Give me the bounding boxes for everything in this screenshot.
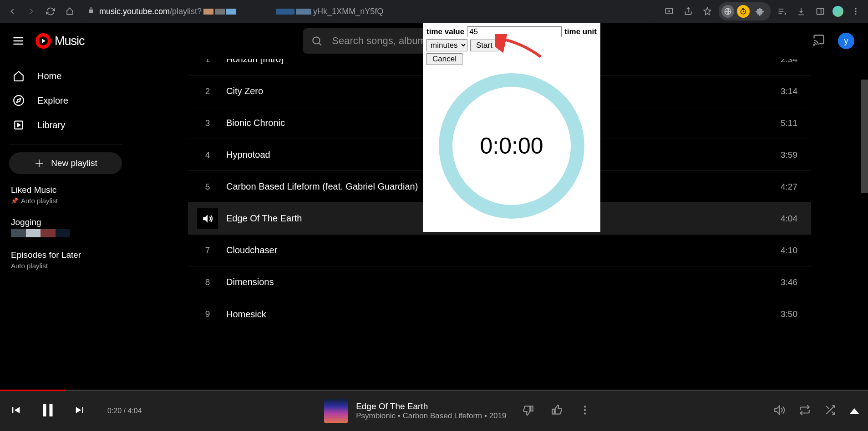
plus-icon xyxy=(34,158,45,169)
timer-display: 0:0:00 xyxy=(480,133,543,159)
extensions-icon[interactable] xyxy=(752,4,768,19)
svg-point-9 xyxy=(14,95,24,105)
timer-value-input[interactable] xyxy=(467,26,562,37)
explore-icon xyxy=(13,95,25,106)
sidebar-playlist-liked-music[interactable]: Liked Music 📌Auto playlist xyxy=(11,185,120,205)
url-path-suffix: yHk_1XMM_nY5fQ xyxy=(313,7,383,16)
previous-track-icon[interactable] xyxy=(9,404,22,418)
progress-bar[interactable] xyxy=(0,390,868,391)
timer-unit-label: time unit xyxy=(564,27,597,36)
player-bar: 0:20 / 4:04 Edge Of The Earth Psymbionic… xyxy=(0,391,868,431)
url-domain: music.youtube.com xyxy=(99,7,170,16)
cast-icon[interactable] xyxy=(812,34,825,48)
home-nav-icon xyxy=(13,70,25,82)
next-track-icon[interactable] xyxy=(74,404,86,418)
kebab-menu-icon[interactable] xyxy=(848,4,863,19)
now-playing-speaker-icon xyxy=(197,208,218,229)
expand-player-icon[interactable] xyxy=(850,408,859,414)
sidebar-item-home[interactable]: Home xyxy=(5,64,127,88)
sidebar-item-explore[interactable]: Explore xyxy=(5,88,127,113)
sidepanel-icon[interactable] xyxy=(812,4,828,19)
back-icon[interactable] xyxy=(5,4,20,19)
playlist-color-strip xyxy=(11,229,70,237)
svg-point-7 xyxy=(313,37,320,44)
lock-icon xyxy=(87,7,95,16)
hamburger-menu-icon[interactable] xyxy=(9,32,27,50)
svg-point-13 xyxy=(584,412,586,414)
svg-point-8 xyxy=(813,44,814,45)
track-row[interactable]: 7Cloudchaser4:10 xyxy=(188,235,811,266)
browser-actions xyxy=(661,2,863,20)
reload-icon[interactable] xyxy=(43,4,58,19)
sidebar-item-label: Library xyxy=(37,120,65,130)
install-app-icon[interactable] xyxy=(661,4,677,19)
track-row[interactable]: 9Homesick3:50 xyxy=(188,298,811,330)
new-playlist-button[interactable]: New playlist xyxy=(9,152,122,174)
now-playing-subtitle: Psymbionic • Carbon Based Lifeform • 201… xyxy=(356,411,506,421)
svg-point-5 xyxy=(855,10,856,12)
timer-start-button[interactable]: Start xyxy=(470,40,498,51)
sidebar-item-library[interactable]: Library xyxy=(5,113,127,137)
timer-ring: 0:0:00 xyxy=(439,73,584,219)
library-icon xyxy=(13,119,25,131)
timer-cancel-button[interactable]: Cancel xyxy=(426,53,462,65)
svg-point-6 xyxy=(855,13,856,15)
url-path-prefix: /playlist? xyxy=(170,7,202,16)
user-avatar[interactable]: y xyxy=(838,33,854,49)
share-icon[interactable] xyxy=(680,4,696,19)
home-icon[interactable] xyxy=(62,4,77,19)
svg-rect-3 xyxy=(817,8,824,14)
url-redacted-left xyxy=(203,9,236,15)
track-row[interactable]: 8Dimensions3:46 xyxy=(188,266,811,298)
timer-unit-select[interactable]: minutes xyxy=(426,39,467,51)
more-options-icon[interactable] xyxy=(579,404,591,418)
extension-globe-icon[interactable] xyxy=(721,5,734,18)
svg-point-4 xyxy=(855,8,856,10)
download-icon[interactable] xyxy=(793,4,809,19)
app-title: Music xyxy=(55,34,85,48)
playlist-icon[interactable] xyxy=(774,4,790,19)
app-logo[interactable]: Music xyxy=(36,33,85,49)
sidebar: Home Explore Library New playlist Liked … xyxy=(0,59,131,431)
scrollbar[interactable] xyxy=(861,59,868,314)
pause-button-icon[interactable] xyxy=(38,401,57,421)
volume-icon[interactable] xyxy=(773,404,785,418)
progress-fill xyxy=(0,390,65,391)
star-icon[interactable] xyxy=(700,4,715,19)
forward-icon[interactable] xyxy=(24,4,39,19)
timer-extension-popup: time value time unit minutes Start Cance… xyxy=(423,23,600,232)
search-icon xyxy=(311,35,323,47)
browser-toolbar: music.youtube.com/playlist? yHk_1XMM_nY5… xyxy=(0,0,868,23)
extension-group xyxy=(719,2,771,20)
shuffle-icon[interactable] xyxy=(824,404,836,418)
thumbs-down-icon[interactable] xyxy=(523,404,534,418)
svg-point-11 xyxy=(584,406,586,407)
youtube-music-icon xyxy=(36,33,51,49)
sidebar-playlist-episodes-for-later[interactable]: Episodes for Later Auto playlist xyxy=(11,250,120,270)
sidebar-divider xyxy=(9,145,122,145)
address-bar[interactable]: music.youtube.com/playlist? yHk_1XMM_nY5… xyxy=(81,4,653,19)
svg-point-12 xyxy=(584,409,586,411)
now-playing-title: Edge Of The Earth xyxy=(356,401,506,411)
pin-icon: 📌 xyxy=(11,197,18,204)
sidebar-item-label: Home xyxy=(37,71,61,81)
scrollbar-thumb[interactable] xyxy=(861,80,868,193)
extension-timer-icon[interactable] xyxy=(737,5,750,18)
timer-value-label: time value xyxy=(426,27,464,36)
thumbs-up-icon[interactable] xyxy=(551,404,563,418)
album-art[interactable] xyxy=(324,399,348,423)
sidebar-playlist-jogging[interactable]: Jogging xyxy=(11,217,120,237)
playback-time: 0:20 / 4:04 xyxy=(107,407,142,415)
repeat-icon[interactable] xyxy=(799,404,811,418)
sidebar-item-label: Explore xyxy=(37,95,68,106)
profile-avatar[interactable] xyxy=(832,5,844,18)
url-redacted-right xyxy=(276,9,311,15)
